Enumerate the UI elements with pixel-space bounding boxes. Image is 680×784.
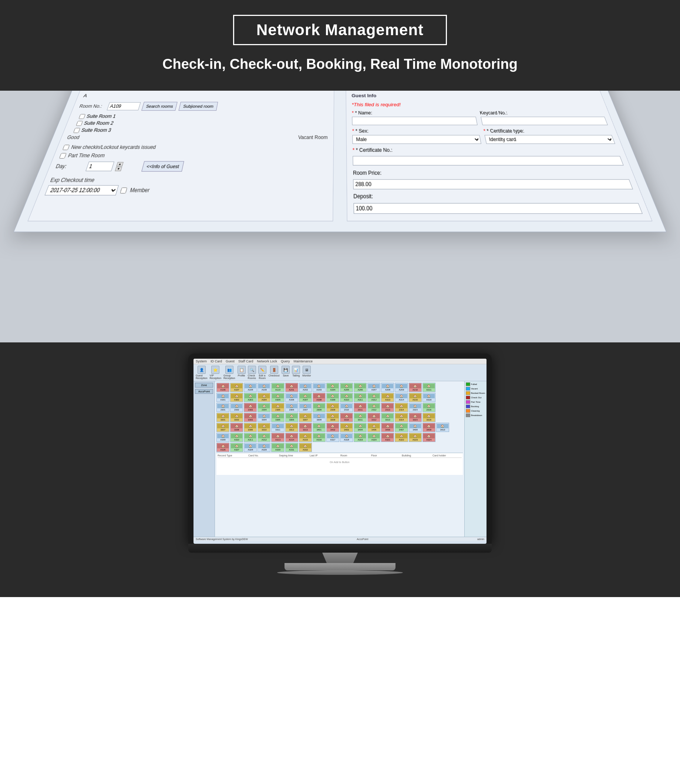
info-of-guest-button[interactable]: <<Info of Guest: [141, 161, 184, 171]
room-cell[interactable]: 🏠3307: [299, 413, 312, 422]
room-cell[interactable]: 🏠A319: [354, 433, 367, 442]
room-cell[interactable]: 🏠3313: [299, 423, 312, 432]
room-cell[interactable]: 🏠A308: [313, 393, 326, 402]
room-cell[interactable]: 🏠3310: [340, 413, 353, 422]
room-cell[interactable]: 🏠A211: [422, 383, 436, 392]
room-cell[interactable]: 🏠2313: [381, 403, 394, 412]
room-cell[interactable]: 🏠3316: [422, 413, 436, 422]
room-cell[interactable]: 🏠A310: [340, 393, 353, 402]
room-cell[interactable]: 🏠3306: [285, 413, 298, 422]
room-cell[interactable]: 🏠3309: [326, 413, 339, 422]
tool-group-reception[interactable]: 👥 GroupReception: [224, 366, 235, 379]
room-cell[interactable]: 🏠A107: [230, 383, 243, 392]
room-cell[interactable]: 🏠A110: [271, 383, 284, 392]
room-cell[interactable]: 🏠A316: [313, 433, 326, 442]
sex-select[interactable]: Male Female: [352, 135, 481, 144]
member-checkbox[interactable]: [120, 187, 127, 193]
room-cell[interactable]: 🏠3409: [422, 423, 436, 432]
keycard-input[interactable]: [480, 117, 608, 125]
menu-network-lock[interactable]: Network Lock: [257, 360, 277, 363]
room-cell[interactable]: 🏠A311: [354, 393, 367, 402]
room-cell[interactable]: 🏠A305: [271, 393, 284, 402]
room-cell[interactable]: 🏠3301: [216, 413, 229, 422]
tool-monitor[interactable]: 🖥 Monitor: [302, 366, 311, 379]
tool-profile[interactable]: 📋 Profile: [238, 366, 246, 379]
room-cell[interactable]: 🏠2309: [326, 403, 339, 412]
room-cell[interactable]: 🏠A106: [216, 383, 229, 392]
room-cell[interactable]: 🏠3312: [285, 423, 298, 432]
menu-maintenance[interactable]: Maintenance: [293, 360, 313, 363]
room-cell[interactable]: 🏠3403: [340, 423, 353, 432]
room-cell[interactable]: 🏠A314: [285, 433, 298, 442]
room-cell[interactable]: 🏠A332: [299, 443, 312, 452]
room-cell[interactable]: 🏠3313: [381, 413, 394, 422]
sidebar-accspoint[interactable]: AccsPoint: [195, 389, 213, 394]
room-cell[interactable]: 🏠A313: [271, 433, 284, 442]
room-cell[interactable]: 🏠A318: [340, 433, 353, 442]
room-cell[interactable]: 🏠3401: [313, 423, 326, 432]
room-cell[interactable]: 🏠2303: [244, 403, 257, 412]
room-cell[interactable]: 🏠3402: [326, 423, 339, 432]
tool-edit-room[interactable]: ✏️ Edit aRoom: [258, 366, 266, 379]
day-down-button[interactable]: ▼: [115, 167, 122, 171]
room-cell[interactable]: 🏠3308: [313, 413, 326, 422]
parttime-checkbox[interactable]: [59, 153, 67, 158]
checkin-lockout-checkbox[interactable]: [63, 144, 70, 150]
room-cell[interactable]: 🏠A206: [354, 383, 367, 392]
room-cell[interactable]: 🏠A327: [230, 443, 243, 452]
exp-checkout-select[interactable]: 2017-07-25 12:00:00: [44, 185, 119, 196]
room-cell[interactable]: 🏠2314: [395, 403, 408, 412]
room-cell[interactable]: 🏠2307: [299, 403, 312, 412]
room-cell[interactable]: 🏠A202: [299, 383, 312, 392]
subjoin-room-button[interactable]: Subjioned room: [179, 102, 218, 111]
room-cell[interactable]: 🏠3314: [395, 413, 408, 422]
room-cell[interactable]: 🏠3404: [354, 423, 367, 432]
suite-room-3-checkbox[interactable]: [73, 128, 81, 133]
room-cell[interactable]: 🏠A210: [409, 383, 422, 392]
room-cell[interactable]: 🏠3405: [367, 423, 380, 432]
room-cell[interactable]: 🏠A303: [244, 393, 257, 402]
day-up-button[interactable]: ▲: [116, 162, 124, 166]
room-cell[interactable]: 🏠A209: [395, 383, 408, 392]
cert-no-input[interactable]: [353, 156, 624, 166]
menu-system[interactable]: System: [196, 360, 207, 363]
room-cell[interactable]: 🏠A323: [409, 433, 422, 442]
cert-type-select[interactable]: Identity card Passport: [484, 135, 615, 144]
room-cell[interactable]: 🏠3307: [216, 423, 229, 432]
room-cell[interactable]: 🏠2306: [285, 403, 298, 412]
room-cell[interactable]: 🏠A329: [258, 443, 271, 452]
room-cell[interactable]: 🏠2310: [340, 403, 353, 412]
tool-guest-reception[interactable]: 👤 GuestReception: [196, 366, 208, 379]
room-cell[interactable]: 🏠3311: [271, 423, 284, 432]
room-cell[interactable]: 🏠A309: [326, 393, 339, 402]
room-cell[interactable]: 🏠A302: [230, 393, 243, 402]
room-cell[interactable]: 🏠3304: [258, 413, 271, 422]
room-cell[interactable]: 🏠2302: [230, 403, 243, 412]
menu-staff-card[interactable]: Staff Card: [238, 360, 253, 363]
room-cell[interactable]: 🏠A311: [244, 433, 257, 442]
room-cell[interactable]: 🏠A315: [299, 433, 312, 442]
tool-vip-reception[interactable]: ⭐ VIPReception: [210, 366, 222, 379]
room-cell[interactable]: 🏠A207: [367, 383, 380, 392]
room-cell[interactable]: 🏠A316: [422, 393, 436, 402]
room-cell[interactable]: 🏠A301: [216, 393, 229, 402]
room-cell[interactable]: 🏠A201: [285, 383, 298, 392]
room-cell[interactable]: 🏠2308: [313, 403, 326, 412]
room-cell[interactable]: 🏠A312: [367, 393, 380, 402]
room-cell[interactable]: 🏠3309: [244, 423, 257, 432]
room-cell[interactable]: 🏠A109: [258, 383, 271, 392]
room-cell[interactable]: 🏠3410: [436, 423, 449, 432]
room-cell[interactable]: 🏠A307: [299, 393, 312, 402]
search-rooms-button[interactable]: Search rooms: [141, 102, 178, 111]
room-cell[interactable]: 🏠A317: [326, 433, 339, 442]
room-cell[interactable]: 🏠3303: [244, 413, 257, 422]
tool-checkout[interactable]: 🚪 Checkout: [269, 366, 280, 379]
room-cell[interactable]: 🏠A108: [244, 383, 257, 392]
tool-save[interactable]: 💾 Save: [282, 366, 290, 379]
sidebar-zone[interactable]: Zone: [195, 383, 213, 388]
room-cell[interactable]: 🏠A208: [381, 383, 394, 392]
room-cell[interactable]: 🏠A310: [230, 433, 243, 442]
room-cell[interactable]: 🏠3310: [258, 423, 271, 432]
room-cell[interactable]: 🏠A204: [326, 383, 339, 392]
room-no-input[interactable]: [107, 102, 141, 110]
